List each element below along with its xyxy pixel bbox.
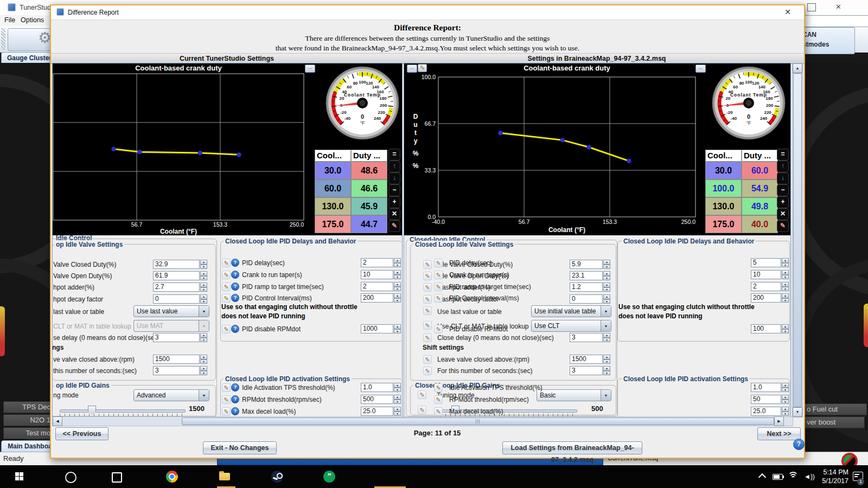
- tuning-mode-dropdown[interactable]: Advanced▼: [133, 389, 209, 401]
- spinner-input[interactable]: 32.9: [153, 260, 200, 269]
- spinner-input[interactable]: 3: [153, 366, 200, 375]
- menu-options[interactable]: Options: [21, 16, 44, 24]
- table-cell[interactable]: 45.9: [351, 197, 387, 215]
- spinner-up-button[interactable]: ▲: [782, 270, 789, 275]
- spinner-up-button[interactable]: ▲: [394, 383, 401, 388]
- spinner-input[interactable]: 25.0: [361, 407, 393, 416]
- spinner-up-button[interactable]: ▲: [394, 407, 401, 412]
- hangouts-icon[interactable]: ”: [323, 471, 335, 483]
- volume-icon[interactable]: ◄)): [804, 473, 815, 480]
- spinner-input[interactable]: 2.7: [153, 282, 200, 292]
- table-pencil-button[interactable]: ✎: [388, 220, 400, 232]
- scroll-left-icon[interactable]: ◀: [53, 416, 62, 426]
- table-down-button[interactable]: ↓: [388, 172, 400, 184]
- horizontal-scrollbar-thumb[interactable]: [182, 418, 774, 425]
- table-equals-button[interactable]: =: [777, 149, 789, 160]
- spinner-input[interactable]: 500: [361, 395, 393, 404]
- spinner-up-button[interactable]: ▲: [603, 333, 610, 338]
- next-button[interactable]: Next >>: [757, 427, 801, 440]
- dialog-titlebar[interactable]: [51, 5, 804, 20]
- pencil-icon[interactable]: ✎: [434, 407, 443, 416]
- table-cell[interactable]: 175.0: [705, 215, 742, 233]
- table-cell[interactable]: 60.0: [315, 179, 351, 197]
- spinner-up-button[interactable]: ▲: [603, 271, 610, 276]
- spinner-input[interactable]: 100: [751, 324, 781, 333]
- tab-gauge-cluster[interactable]: Gauge Cluster: [1, 52, 58, 63]
- spinner-down-button[interactable]: ▼: [603, 276, 610, 281]
- spinner-input[interactable]: 1.0: [361, 383, 393, 392]
- table-cell[interactable]: 40.0: [742, 215, 778, 233]
- start-button[interactable]: [15, 472, 23, 480]
- spinner-down-button[interactable]: ▼: [394, 287, 401, 292]
- table-cell[interactable]: 54.9: [742, 179, 778, 197]
- spinner-down-button[interactable]: ▼: [200, 276, 207, 281]
- chart-options-icon[interactable]: ...: [695, 65, 706, 73]
- table-cell[interactable]: 175.0: [315, 215, 351, 233]
- chart-options-icon[interactable]: ...: [305, 65, 315, 73]
- pencil-icon[interactable]: ✎: [423, 321, 432, 330]
- spinner-down-button[interactable]: ▼: [200, 265, 207, 269]
- pencil-icon[interactable]: ✎: [222, 395, 231, 404]
- spinner-down-button[interactable]: ▼: [782, 298, 789, 303]
- table-cell[interactable]: 44.7: [351, 215, 387, 233]
- spinner-input[interactable]: 1500: [570, 355, 603, 364]
- chart-data-point[interactable]: [498, 131, 502, 135]
- table-cell[interactable]: 130.0: [705, 197, 742, 215]
- indicator-test-mode[interactable]: Test mo: [3, 427, 52, 439]
- spinner-up-button[interactable]: ▲: [200, 355, 207, 359]
- spinner-input[interactable]: 5: [751, 258, 781, 267]
- dropdown[interactable]: Use MAT▼: [133, 320, 209, 332]
- pencil-icon[interactable]: ✎: [434, 271, 443, 279]
- spinner-up-button[interactable]: ▲: [782, 293, 789, 298]
- menu-file[interactable]: File: [4, 16, 15, 24]
- spinner-down-button[interactable]: ▼: [394, 400, 401, 404]
- chart-pencil-icon[interactable]: ✎: [418, 64, 427, 72]
- table-close-button[interactable]: ✕: [388, 208, 400, 220]
- chart-data-point[interactable]: [560, 138, 565, 142]
- spinner-up-button[interactable]: ▲: [782, 395, 789, 400]
- spinner-input[interactable]: 1500: [153, 355, 200, 364]
- chart-data-point[interactable]: [587, 145, 591, 149]
- spinner-up-button[interactable]: ▲: [394, 324, 401, 329]
- pencil-icon[interactable]: ✎: [423, 333, 432, 342]
- pencil-icon[interactable]: ✎: [423, 295, 432, 304]
- indicator-fuel-cut[interactable]: o Fuel cut: [804, 403, 867, 415]
- vertical-scrollbar[interactable]: ▲ ▼: [792, 63, 803, 418]
- table-up-button[interactable]: ↑: [388, 160, 400, 172]
- indicator-tps-dec[interactable]: TPS Dec: [3, 401, 52, 413]
- spinner-input[interactable]: 3: [570, 333, 603, 342]
- clock[interactable]: 5:14 PM 5/1/2017: [816, 468, 848, 485]
- spinner-down-button[interactable]: ▼: [782, 388, 789, 393]
- spinner-down-button[interactable]: ▼: [603, 338, 610, 343]
- scroll-down-icon[interactable]: ▼: [793, 407, 802, 417]
- spinner-up-button[interactable]: ▲: [782, 324, 789, 329]
- spinner-down-button[interactable]: ▼: [200, 338, 207, 343]
- chart-data-point[interactable]: [137, 150, 142, 154]
- help-icon[interactable]: ?: [231, 271, 239, 279]
- spinner-down-button[interactable]: ▼: [200, 359, 207, 364]
- pencil-icon[interactable]: ✎: [423, 260, 432, 269]
- file-explorer-icon[interactable]: [219, 473, 230, 480]
- spinner-input[interactable]: 200: [361, 293, 393, 303]
- spinner-input[interactable]: 50: [751, 395, 781, 404]
- spinner-down-button[interactable]: ▼: [394, 275, 401, 280]
- spinner-input[interactable]: 0: [570, 294, 603, 304]
- slider-track[interactable]: [60, 409, 186, 413]
- chart-data-point[interactable]: [198, 151, 202, 155]
- spinner-input[interactable]: 10: [751, 270, 781, 279]
- spinner-up-button[interactable]: ▲: [603, 355, 610, 359]
- pencil-icon[interactable]: ✎: [423, 283, 432, 292]
- spinner-down-button[interactable]: ▼: [603, 371, 610, 376]
- pencil-icon[interactable]: ✎: [434, 294, 443, 303]
- spinner-input[interactable]: 200: [751, 293, 781, 303]
- spinner-up-button[interactable]: ▲: [200, 333, 207, 338]
- pencil-icon[interactable]: ✎: [434, 259, 443, 267]
- table-cell[interactable]: 100.0: [705, 179, 742, 197]
- window-close-icon[interactable]: ✕: [835, 3, 841, 11]
- table-cell[interactable]: 30.0: [315, 162, 351, 179]
- spinner-down-button[interactable]: ▼: [782, 275, 789, 280]
- spinner-up-button[interactable]: ▲: [394, 282, 401, 287]
- spinner-input[interactable]: 2: [361, 282, 393, 291]
- spinner-down-button[interactable]: ▼: [782, 400, 789, 404]
- help-icon[interactable]: ?: [231, 282, 239, 291]
